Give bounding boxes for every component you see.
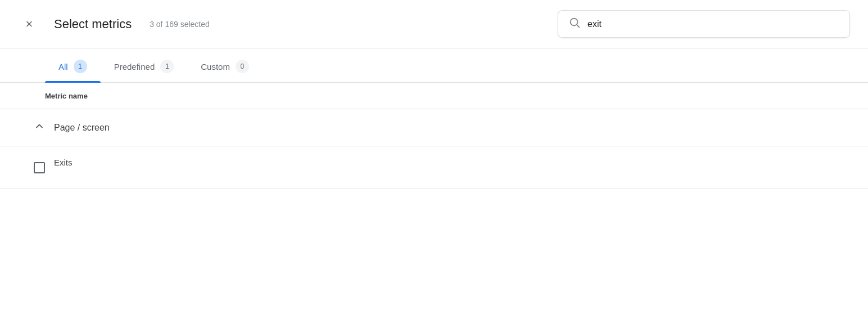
exits-info: Exits [54, 158, 73, 177]
tab-predefined-badge: 1 [160, 60, 174, 73]
tab-custom-label: Custom [201, 62, 230, 71]
tab-all[interactable]: All 1 [45, 48, 101, 82]
tab-custom-badge: 0 [236, 60, 249, 73]
tab-predefined[interactable]: Predefined 1 [101, 48, 188, 82]
table-header: Metric name [0, 83, 868, 109]
tab-all-badge: 1 [74, 60, 87, 73]
close-icon: × [26, 17, 33, 32]
search-icon [568, 16, 581, 32]
svg-line-1 [577, 25, 579, 27]
column-header-metric-name: Metric name [45, 92, 88, 100]
selection-count: 3 of 169 selected [150, 20, 210, 29]
page-title: Select metrics [54, 17, 132, 32]
tab-all-label: All [58, 62, 68, 71]
search-box [558, 10, 850, 38]
close-button[interactable]: × [18, 13, 40, 35]
metric-row-exits: Exits [0, 146, 868, 189]
search-input[interactable] [587, 19, 839, 29]
tabs-bar: All 1 Predefined 1 Custom 0 [0, 48, 868, 83]
header: × Select metrics 3 of 169 selected [0, 0, 868, 48]
section-row-page-screen[interactable]: Page / screen [0, 109, 868, 146]
tab-custom[interactable]: Custom 0 [187, 48, 263, 82]
exits-checkbox[interactable] [34, 162, 45, 173]
chevron-up-icon [34, 120, 45, 135]
exits-name: Exits [54, 158, 73, 167]
tab-predefined-label: Predefined [114, 62, 155, 71]
section-label-page-screen: Page / screen [54, 123, 110, 133]
